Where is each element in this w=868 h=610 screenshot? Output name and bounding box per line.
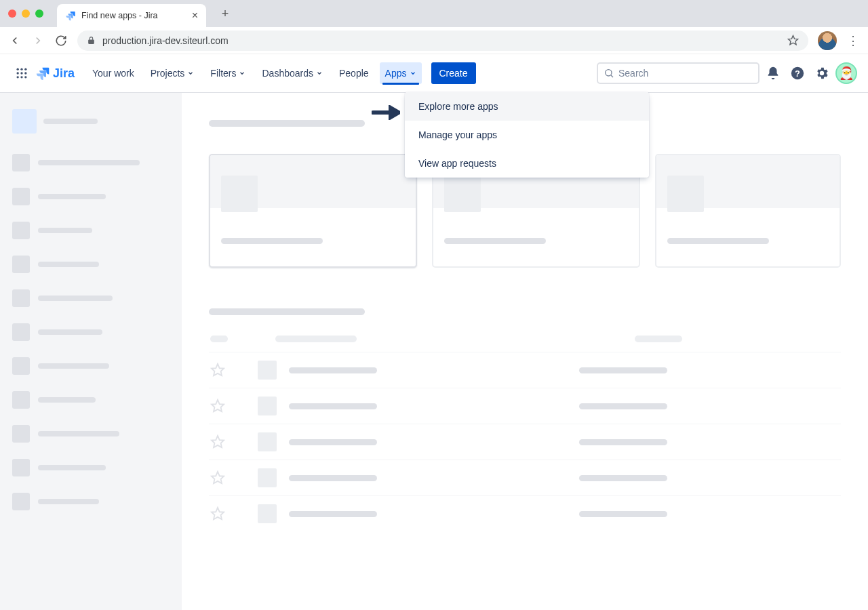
app-card-skeleton[interactable] [655,154,841,268]
url-text: production.jira-dev.siteurl.com [102,35,229,46]
browser-menu-button[interactable]: ⋮ [846,33,860,48]
search-input[interactable]: Search [597,62,760,84]
reload-button[interactable] [54,34,68,47]
help-icon: ? [790,66,805,81]
star-icon[interactable] [210,506,225,521]
sidebar-item-skeleton[interactable] [8,218,174,243]
sidebar-project-header[interactable] [8,109,174,134]
close-window-button[interactable] [8,9,16,18]
nav-your-work[interactable]: Your work [87,54,140,92]
chevron-down-icon [410,70,416,77]
browser-profile-avatar[interactable] [818,31,837,50]
svg-point-8 [20,76,22,78]
lock-icon [87,36,96,45]
chevron-down-icon [239,70,245,77]
svg-marker-0 [788,35,797,44]
project-avatar-skeleton [12,109,37,134]
settings-button[interactable] [811,62,833,84]
svg-point-6 [24,72,26,74]
nav-filters[interactable]: Filters [205,54,251,92]
section-title-skeleton [209,120,365,127]
nav-apps[interactable]: Apps [380,62,422,84]
svg-point-3 [24,68,26,70]
skeleton-line [43,119,98,124]
new-tab-button[interactable]: + [216,4,235,23]
menu-view-app-requests[interactable]: View app requests [405,149,649,178]
apps-dropdown-menu: Explore more apps Manage your apps View … [405,92,649,178]
svg-point-1 [17,68,19,70]
menu-manage-your-apps[interactable]: Manage your apps [405,121,649,149]
svg-point-9 [24,76,26,78]
gear-icon [814,66,829,81]
svg-line-11 [611,75,613,77]
sidebar-item-skeleton[interactable] [8,387,174,413]
app-switcher-button[interactable] [11,62,33,84]
browser-tab[interactable]: Find new apps - Jira × [57,4,206,27]
nav-people[interactable]: People [334,54,374,92]
back-button[interactable] [8,34,22,47]
minimize-window-button[interactable] [22,9,30,18]
app-card-skeleton[interactable] [209,154,417,268]
svg-marker-14 [212,364,224,375]
help-button[interactable]: ? [787,62,808,84]
svg-marker-18 [212,508,224,519]
sidebar-item-skeleton[interactable] [8,353,174,379]
annotation-arrow-icon [372,105,400,120]
browser-toolbar: production.jira-dev.siteurl.com ⋮ [0,27,868,54]
list-row-skeleton[interactable] [209,424,841,460]
svg-marker-16 [212,436,224,447]
search-placeholder: Search [618,68,648,79]
star-icon[interactable] [210,470,225,485]
bookmark-star-icon[interactable] [787,35,799,46]
sidebar-item-skeleton[interactable] [8,184,174,209]
list-row-skeleton[interactable] [209,388,841,424]
svg-point-10 [606,70,612,76]
product-name: Jira [53,66,75,81]
chevron-down-icon [187,70,194,77]
sidebar [0,93,182,610]
sidebar-item-skeleton[interactable] [8,251,174,277]
nav-dashboards[interactable]: Dashboards [256,54,328,92]
nav-projects[interactable]: Projects [145,54,200,92]
list-header-skeleton [209,336,841,342]
svg-point-4 [17,72,19,74]
sidebar-item-skeleton[interactable] [8,150,174,176]
sidebar-item-skeleton[interactable] [8,455,174,481]
section-title-skeleton [209,308,365,315]
address-bar[interactable]: production.jira-dev.siteurl.com [77,30,808,51]
svg-marker-15 [212,400,224,411]
forward-button[interactable] [31,34,45,47]
svg-marker-17 [212,472,224,483]
bell-icon [766,66,781,81]
jira-nav-bar: Jira Your work Projects Filters Dashboar… [0,54,868,93]
list-row-skeleton[interactable] [209,495,841,531]
list-row-skeleton[interactable] [209,460,841,495]
chevron-down-icon [316,70,323,77]
star-icon[interactable] [210,399,225,413]
search-icon [604,68,614,79]
user-avatar[interactable]: 🎅 [835,62,857,84]
window-controls [8,9,43,18]
jira-icon [35,66,50,81]
star-icon[interactable] [210,434,225,449]
sidebar-item-skeleton[interactable] [8,489,174,514]
sidebar-item-skeleton[interactable] [8,319,174,345]
tab-title: Find new apps - Jira [81,11,158,20]
maximize-window-button[interactable] [35,9,43,18]
sidebar-item-skeleton[interactable] [8,285,174,311]
svg-point-7 [17,76,19,78]
svg-point-5 [20,72,22,74]
browser-tab-bar: Find new apps - Jira × + [0,0,868,27]
svg-text:?: ? [795,68,800,79]
grid-icon [15,66,28,80]
tab-close-button[interactable]: × [192,9,198,22]
jira-logo[interactable]: Jira [35,66,75,81]
jira-favicon-icon [65,10,76,21]
sidebar-item-skeleton[interactable] [8,421,174,447]
list-row-skeleton[interactable] [209,352,841,388]
star-icon[interactable] [210,363,225,378]
menu-explore-more-apps[interactable]: Explore more apps [405,92,649,121]
svg-point-2 [20,68,22,70]
notifications-button[interactable] [762,62,784,84]
create-button[interactable]: Create [431,62,476,84]
